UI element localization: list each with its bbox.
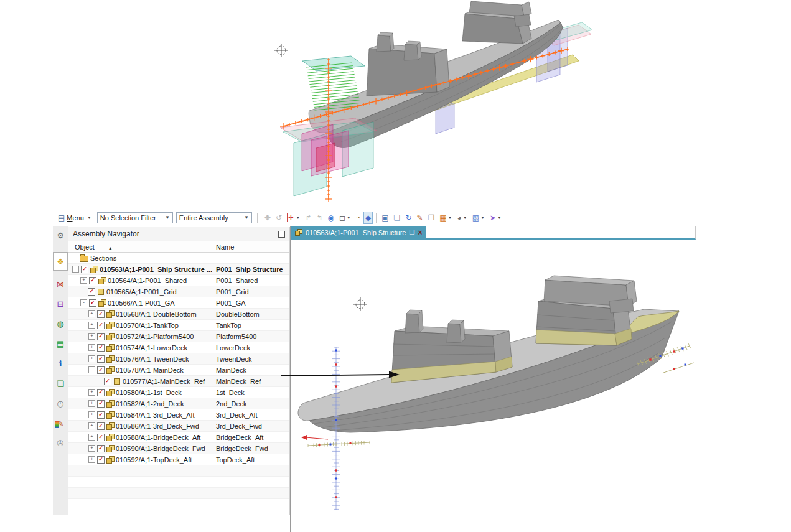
- panel-float-icon[interactable]: [278, 231, 285, 238]
- visibility-checkbox[interactable]: ✓: [89, 299, 96, 307]
- show-hide-icon[interactable]: ◔: [354, 212, 362, 224]
- tab-close-icon[interactable]: ×: [418, 229, 422, 236]
- column-header-name[interactable]: Name: [213, 243, 234, 251]
- rectangle-select-icon[interactable]: ◻▼: [337, 212, 353, 224]
- column-header-object[interactable]: Object▲: [68, 243, 213, 251]
- tree-row-name-label: BridgeDeck_Fwd: [213, 445, 289, 452]
- chevron-down-icon: ▼: [87, 215, 91, 220]
- tree-row-p001-ship-structure[interactable]: -✓010563/A;1-P001_Ship Structure ...P001…: [68, 264, 289, 275]
- visibility-checkbox[interactable]: ✓: [104, 378, 111, 385]
- collapse-icon[interactable]: -: [72, 266, 79, 273]
- expand-icon[interactable]: +: [88, 411, 95, 418]
- tree-row-sections[interactable]: Sections: [68, 253, 289, 264]
- rendering-style-icon[interactable]: ◕▼: [456, 212, 469, 224]
- expand-icon[interactable]: +: [88, 322, 95, 329]
- assembly-navigator-icon[interactable]: ❖: [53, 252, 68, 271]
- selection-filter-select[interactable]: No Selection Filter ▼: [97, 212, 173, 223]
- visibility-checkbox[interactable]: ✓: [97, 344, 105, 352]
- visibility-checkbox[interactable]: ✓: [97, 355, 105, 363]
- tree-row-maindeck-ref[interactable]: ✓010577/A;1-MainDeck_RefMainDeck_Ref: [68, 376, 289, 387]
- menu-button[interactable]: ▤ Menu ▼: [55, 213, 94, 223]
- internet-info-icon[interactable]: ℹ: [54, 357, 67, 370]
- tree-row-p001-grid[interactable]: ✓010565/A;1-P001_GridP001_Grid: [68, 286, 289, 297]
- reuse-library-icon[interactable]: ◍: [54, 317, 67, 330]
- visibility-checkbox[interactable]: ✓: [97, 411, 105, 419]
- nx-application-window: ▤ Menu ▼ No Selection Filter ▼ Entire As…: [53, 210, 695, 532]
- tree-row-object-label: 010586/A;1-3rd_Deck_Fwd: [116, 422, 199, 430]
- expand-icon[interactable]: +: [80, 277, 87, 284]
- tree-row-tweendeck[interactable]: +✓010576/A;1-TweenDeckTweenDeck: [68, 353, 289, 365]
- add-component-icon[interactable]: ✛▼: [285, 212, 302, 224]
- tab-restore-icon[interactable]: ❐: [409, 229, 414, 236]
- visibility-checkbox[interactable]: ✓: [97, 333, 105, 340]
- shaded-display-icon[interactable]: ◆: [363, 212, 373, 224]
- zoom-window-icon[interactable]: ▣: [380, 212, 390, 224]
- expand-icon[interactable]: +: [88, 344, 95, 351]
- tree-row-object-label: 010582/A;1-2nd_Deck: [116, 400, 184, 408]
- constraint-navigator-icon[interactable]: ⋈: [54, 277, 67, 291]
- visibility-checkbox[interactable]: ✓: [97, 445, 105, 452]
- tree-row-3rd-deck-fwd[interactable]: +✓010586/A;1-3rd_Deck_Fwd3rd_Deck_Fwd: [68, 421, 289, 432]
- visibility-checkbox[interactable]: ✓: [97, 456, 105, 464]
- tree-row-2nd-deck[interactable]: +✓010582/A;1-2nd_Deck2nd_Deck: [68, 398, 289, 409]
- tree-row-p001-ga[interactable]: -✓010566/A;1-P001_GAP001_GA: [68, 297, 289, 309]
- visibility-checkbox[interactable]: ✓: [88, 288, 95, 296]
- gear-icon[interactable]: ⚙: [54, 228, 67, 242]
- grid-icon[interactable]: ▦▼: [438, 212, 454, 224]
- tree-row-name-label: P001_Shared: [213, 277, 289, 284]
- vector-display-icon[interactable]: ➤▼: [488, 212, 503, 224]
- visibility-checkbox[interactable]: ✓: [97, 434, 105, 441]
- expand-icon[interactable]: +: [88, 445, 95, 452]
- history-clock-icon[interactable]: ◷: [54, 396, 67, 410]
- expand-icon[interactable]: +: [88, 434, 95, 441]
- tree-row-platform5400[interactable]: +✓010572/A;1-Platform5400Platform5400: [68, 331, 289, 342]
- expand-icon[interactable]: +: [88, 400, 95, 407]
- orient-view-cube-icon[interactable]: ▧▼: [470, 212, 487, 224]
- visibility-checkbox[interactable]: ✓: [97, 400, 105, 408]
- tree-row-object-label: 010580/A;1-1st_Deck: [116, 389, 182, 396]
- main-toolbar: ▤ Menu ▼ No Selection Filter ▼ Entire As…: [53, 210, 695, 225]
- layer-settings-icon[interactable]: ❐: [426, 212, 437, 224]
- expand-icon[interactable]: +: [88, 310, 95, 317]
- visibility-checkbox[interactable]: ✓: [97, 389, 105, 396]
- tree-row-doublebottom[interactable]: +✓010568/A;1-DoubleBottomDoubleBottom: [68, 309, 289, 320]
- visibility-checkbox[interactable]: ✓: [89, 277, 96, 284]
- tree-row-topdeck-aft[interactable]: +✓010592/A;1-TopDeck_AftTopDeck_Aft: [68, 454, 289, 465]
- ship-3d-model[interactable]: [291, 240, 695, 532]
- expand-icon[interactable]: +: [88, 355, 95, 362]
- collapse-icon[interactable]: -: [80, 299, 87, 306]
- wave-geometry-link-icon[interactable]: ◉: [325, 212, 335, 224]
- expand-icon[interactable]: +: [88, 456, 95, 463]
- history-icon[interactable]: ▤: [54, 337, 67, 350]
- expand-icon[interactable]: +: [88, 389, 95, 396]
- column-divider[interactable]: [213, 241, 213, 252]
- visibility-checkbox[interactable]: ✓: [97, 366, 105, 374]
- tree-row-bridgedeck-aft[interactable]: +✓010588/A;1-BridgeDeck_AftBridgeDeck_Af…: [68, 432, 289, 443]
- tree-row-object-label: 010565/A;1-P001_Grid: [106, 288, 177, 296]
- tree-row-tanktop[interactable]: +✓010570/A;1-TankTopTankTop: [68, 320, 289, 331]
- graphics-viewport[interactable]: 010563/A;1-P001_Ship Structure ❐ ×: [290, 226, 695, 532]
- visibility-checkbox[interactable]: ✓: [97, 310, 105, 318]
- assembly-scope-select[interactable]: Entire Assembly ▼: [176, 212, 252, 223]
- expand-icon[interactable]: +: [88, 422, 95, 429]
- edit-section-icon[interactable]: ✎: [414, 212, 424, 224]
- collapse-icon[interactable]: -: [88, 366, 95, 373]
- fit-view-icon[interactable]: ❏: [392, 212, 403, 224]
- touch-explore-icon[interactable]: ✇: [54, 436, 67, 450]
- tree-row-bridgedeck-fwd[interactable]: +✓010590/A;1-BridgeDeck_FwdBridgeDeck_Fw…: [68, 443, 289, 454]
- tab-ship-structure[interactable]: 010563/A;1-P001_Ship Structure ❐ ×: [291, 226, 426, 238]
- refresh-view-icon[interactable]: ↻: [403, 212, 413, 224]
- tree-row-lowerdeck[interactable]: +✓010574/A;1-LowerDeckLowerDeck: [68, 342, 289, 353]
- tree-row-p001-shared[interactable]: +✓010564/A;1-P001_SharedP001_Shared: [68, 275, 289, 286]
- visibility-checkbox[interactable]: ✓: [97, 322, 105, 329]
- tree-row-3rd-deck-aft[interactable]: +✓010584/A;1-3rd_Deck_Aft3rd_Deck_Aft: [68, 409, 289, 421]
- expand-icon[interactable]: +: [88, 333, 95, 340]
- part-navigator-icon[interactable]: ⊟: [54, 297, 67, 310]
- visibility-checkbox[interactable]: ✓: [81, 266, 88, 273]
- toolbar-icons: ✥↺✛▼↱↰◉◻▼◔◆▣❏↻✎❐▦▼◕▼▧▼➤▼: [263, 212, 503, 224]
- notes-icon[interactable]: ❏: [54, 376, 67, 390]
- visual-reports-icon[interactable]: ✎: [54, 416, 67, 430]
- visibility-checkbox[interactable]: ✓: [97, 422, 105, 430]
- tree-row-maindeck[interactable]: -✓010578/A;1-MainDeckMainDeck: [68, 365, 289, 376]
- tree-row-1st-deck[interactable]: +✓010580/A;1-1st_Deck1st_Deck: [68, 387, 289, 398]
